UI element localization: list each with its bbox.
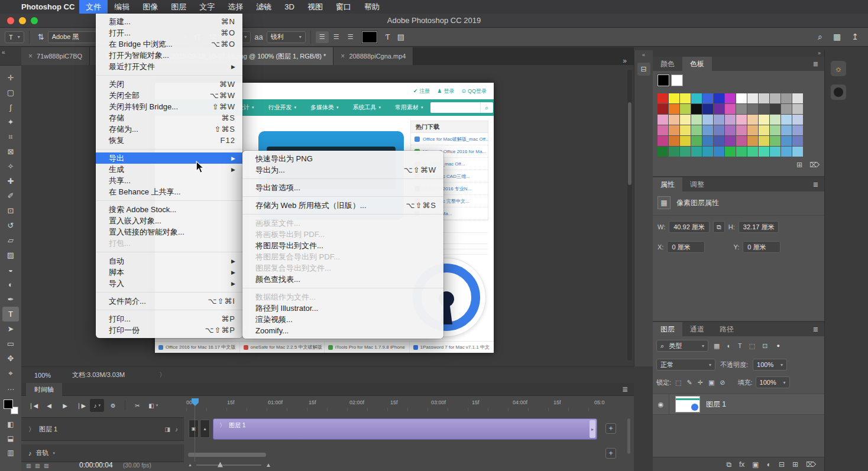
page-nav-item-2[interactable]: 行业开发▾ [261,103,304,112]
export-submenu-item-1[interactable]: 快速导出为 PNG [242,153,443,164]
file-menu-item-30[interactable]: 打印...⌘P [96,313,242,324]
dodge-tool[interactable]: ◐ [2,277,19,292]
new-features-icon[interactable] [831,85,846,100]
grid-mode-icon[interactable]: ▥ [7,449,14,457]
screen-mode-icon[interactable]: ⬓ [7,434,14,443]
swatch-27[interactable] [658,115,668,125]
text-color-swatch[interactable] [362,31,377,43]
file-menu-item-8[interactable]: 关闭全部⌥⌘W [96,90,242,101]
blend-mode-select[interactable]: 正常▾ [656,359,715,371]
swatch-75[interactable] [759,147,769,157]
align-right-icon[interactable]: ☰ [344,31,357,43]
first-frame-button[interactable]: ❘◀ [26,399,40,412]
related-link-1[interactable]: Office 2016 for Mac 16.17 中文版 [155,342,239,353]
file-menu-item-7[interactable]: 关闭⌘W [96,79,242,90]
swatch-22[interactable] [747,104,758,114]
swatch-10[interactable] [759,93,769,103]
next-frame-button[interactable]: ❘▶ [74,399,88,412]
panel-tab-3[interactable]: 路径 [712,322,741,336]
swatch-13[interactable] [792,93,803,103]
export-submenu-item-10[interactable]: 将图层导出到文件... [242,240,443,251]
swatch-65[interactable] [792,136,803,146]
file-menu-item-15[interactable]: 生成▶ [96,164,242,175]
clip-thumbnail[interactable]: ▣ [189,420,199,438]
swatch-44[interactable] [702,125,713,135]
history-brush-tool[interactable]: ↺ [2,218,19,233]
swatch-23[interactable] [759,104,769,114]
tool-preset-button[interactable]: T▾ [5,31,24,43]
file-menu-item-20[interactable]: 置入嵌入对象... [96,215,242,226]
menubar-item-10[interactable]: 窗口 [329,0,358,14]
zoom-out-icon[interactable]: ▲ [188,463,192,467]
clip-chevron-icon[interactable]: 〉 [219,421,225,430]
swatch-29[interactable] [680,115,691,125]
filter-smart-object-icon[interactable]: ⊡ [761,342,769,350]
menubar-item-4[interactable]: 图层 [164,0,193,14]
file-menu-item-12[interactable]: 恢复F12 [96,135,242,146]
file-menu-item-28[interactable]: 文件简介...⌥⇧⌘I [96,295,242,307]
swatch-66[interactable] [658,147,668,157]
swatch-20[interactable] [725,104,736,114]
layer-name[interactable]: 图层 1 [706,399,726,410]
split-at-playhead-button[interactable]: ✂ [130,399,144,412]
mute-audio-button[interactable]: ♪▾ [90,399,104,412]
lock-transparency-icon[interactable]: ⬚ [674,379,682,386]
menubar-item-11[interactable]: 帮助 [358,0,386,14]
add-mask-icon[interactable]: ▣ [752,460,759,469]
menubar-item-6[interactable]: 选择 [221,0,250,14]
menubar-item-5[interactable]: 文字 [193,0,221,14]
swatch-64[interactable] [781,136,792,146]
quick-selection-tool[interactable]: ✦ [2,115,19,129]
swatch-33[interactable] [725,115,736,125]
y-input[interactable]: 0 厘米 [743,241,780,253]
link-layers-icon[interactable]: ⧉ [726,460,731,469]
swatch-15[interactable] [669,104,679,114]
swatch-72[interactable] [725,147,736,157]
eyedropper-tool[interactable]: ✧ [2,159,19,174]
width-input[interactable]: 40.92 厘米 [669,221,710,233]
swatch-32[interactable] [714,115,724,125]
swatch-45[interactable] [714,125,724,135]
panel-tab-1[interactable]: 图层 [653,322,682,336]
document-tab-1[interactable]: ×71w888piC7BQ [21,47,90,65]
learn-panel-icon[interactable]: ☼ [831,61,846,76]
swatch-39[interactable] [792,115,803,125]
menubar-item-7[interactable]: 滤镜 [250,0,278,14]
video-track-header[interactable]: 〉 图层 1 ◨ ♪ [21,417,184,441]
file-menu-item-16[interactable]: 共享... [96,175,242,186]
track-chevron-icon[interactable]: 〉 [28,425,35,434]
add-audio-button[interactable]: + [605,448,616,459]
lock-position-icon[interactable]: ✛ [697,379,704,386]
swatch-34[interactable] [736,115,747,125]
export-submenu-item-16[interactable]: 路径到 Illustrator... [242,303,443,314]
filter-shape-icon[interactable]: ⬚ [748,342,756,350]
timeline-settings-button[interactable]: ⚙ [106,399,120,412]
swatch-28[interactable] [669,115,679,125]
zoom-tool[interactable]: ⌖ [2,366,19,381]
selected-swatch-black[interactable] [658,74,669,86]
menubar-item-3[interactable]: 图像 [136,0,164,14]
related-link-3[interactable]: iTools Pro for Mac 1.7.9.8 iPhone [324,342,409,353]
file-menu-item-26[interactable]: 导入▶ [96,278,242,289]
swatch-43[interactable] [691,125,702,135]
swatch-56[interactable] [691,136,702,146]
swatch-30[interactable] [691,115,702,125]
file-menu-item-3[interactable]: 在 Bridge 中浏览...⌥⌘O [96,38,242,50]
swatch-55[interactable] [680,136,691,146]
file-menu-item-25[interactable]: 脚本▶ [96,267,242,278]
filter-pixel-icon[interactable]: ▦ [712,342,721,350]
swatch-8[interactable] [736,93,747,103]
export-submenu-item-18[interactable]: Zoomify... [242,325,443,336]
export-submenu-item-13[interactable]: 颜色查找表... [242,274,443,285]
swatch-18[interactable] [702,104,713,114]
file-menu-item-19[interactable]: 搜索 Adobe Stock... [96,204,242,215]
add-media-button[interactable]: + [605,423,616,434]
align-left-icon[interactable]: ☰ [316,31,329,43]
timeline-tab[interactable]: 时间轴 [26,383,62,396]
layer-effects-icon[interactable]: fx [739,460,744,469]
layer-row-selected[interactable]: ◉ 图层 1 [653,394,824,415]
caret-down-icon[interactable]: ▾ [53,451,56,456]
move-tool[interactable]: ✛ [2,70,19,85]
swatch-1[interactable] [658,93,668,103]
quick-mask-icon[interactable]: ◧ [7,420,14,428]
